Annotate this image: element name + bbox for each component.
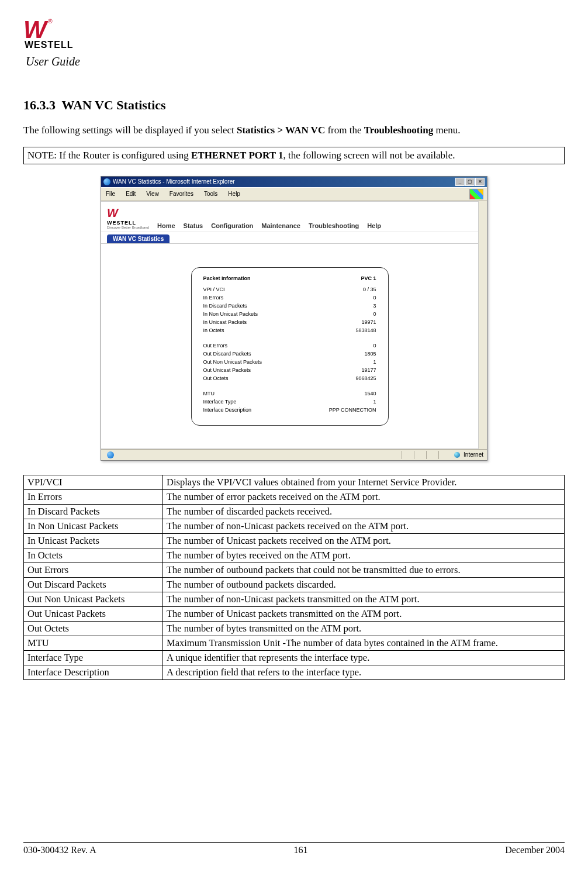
intro-paragraph: The following settings will be displayed… — [23, 123, 565, 137]
packet-row-label: In Non Unicast Packets — [203, 310, 299, 318]
table-row: In Discard PacketsThe number of discarde… — [24, 504, 565, 519]
ie-status-icon — [107, 451, 114, 458]
ie-statusbar: Internet — [101, 449, 487, 460]
table-row: Out Unicast PacketsThe number of Unicast… — [24, 606, 565, 621]
packet-row-label: Interface Description — [203, 406, 299, 413]
packet-row-value: 0 — [299, 310, 376, 318]
packet-row-value: 1540 — [299, 390, 376, 397]
section-heading: 16.3.3 WAN VC Statistics — [23, 98, 565, 113]
menu-view[interactable]: View — [145, 190, 160, 198]
brand-glyph-icon: W® — [23, 18, 48, 42]
ie-titlebar: WAN VC Statistics - Microsoft Internet E… — [101, 177, 487, 187]
packet-row-label: Out Octets — [203, 375, 299, 382]
tab-wan-vc-statistics[interactable]: WAN VC Statistics — [107, 234, 170, 243]
packet-row-label: In Discard Packets — [203, 302, 299, 309]
table-row: In ErrorsThe number of error packets rec… — [24, 489, 565, 504]
packet-row-label: VPI / VCI — [203, 286, 299, 293]
packet-info-panel: Packet Information PVC 1 VPI / VCI0 / 35… — [191, 267, 389, 426]
window-minimize-button[interactable]: _ — [455, 178, 465, 186]
packet-row-value: 1 — [299, 358, 376, 365]
desc-term: Out Unicast Packets — [24, 606, 163, 621]
packet-row-label: Out Discard Packets — [203, 350, 299, 357]
packet-row-value: 19177 — [299, 367, 376, 374]
brand-logo: W® WESTELL — [23, 18, 565, 50]
table-row: Interface DescriptionA description field… — [24, 665, 565, 679]
page-footer: 030-300432 Rev. A 161 December 2004 — [23, 842, 565, 855]
desc-term: Out Non Unicast Packets — [24, 592, 163, 606]
desc-text: The number of discarded packets received… — [163, 504, 565, 519]
packet-row-label: Out Unicast Packets — [203, 367, 299, 374]
packet-row-value: 1805 — [299, 350, 376, 357]
section-title: WAN VC Statistics — [62, 98, 166, 112]
desc-term: Out Discard Packets — [24, 577, 163, 592]
window-close-button[interactable]: ✕ — [475, 178, 485, 186]
window-maximize-button[interactable]: ▢ — [465, 178, 475, 186]
windows-flag-icon — [469, 189, 483, 199]
desc-text: The number of non-Unicast packets transm… — [163, 592, 565, 606]
desc-term: Interface Type — [24, 650, 163, 665]
packet-row-value: 0 — [299, 342, 376, 349]
nav-home[interactable]: Home — [157, 222, 175, 229]
vertical-scrollbar[interactable] — [478, 201, 487, 449]
section-number: 16.3.3 — [23, 98, 56, 112]
panel-header-label: Packet Information — [203, 275, 299, 285]
page-header: W® WESTELL User Guide — [23, 18, 565, 68]
window-title: WAN VC Statistics - Microsoft Internet E… — [113, 178, 235, 185]
ie-menubar: File Edit View Favorites Tools Help — [101, 187, 487, 201]
desc-term: Interface Description — [24, 665, 163, 679]
packet-row-label: Interface Type — [203, 398, 299, 405]
desc-text: The number of bytes received on the ATM … — [163, 548, 565, 563]
field-description-table: VPI/VCIDisplays the VPI/VCI values obtai… — [23, 475, 565, 680]
packet-row-label: MTU — [203, 390, 299, 397]
packet-row-value: 19971 — [299, 319, 376, 326]
table-row: Out Discard PacketsThe number of outboun… — [24, 577, 565, 592]
guide-title: User Guide — [26, 55, 565, 68]
packet-row-value: 3 — [299, 302, 376, 309]
menu-help[interactable]: Help — [227, 190, 241, 198]
packet-row-value: 9068425 — [299, 375, 376, 382]
footer-right: December 2004 — [505, 845, 565, 855]
note-box: NOTE: If the Router is configured using … — [23, 147, 565, 164]
desc-text: The number of outbound packets that coul… — [163, 563, 565, 577]
desc-text: The number of error packets received on … — [163, 489, 565, 504]
desc-term: In Discard Packets — [24, 504, 163, 519]
router-logo: W WESTELL Discover Better Broadband — [107, 206, 149, 229]
menu-edit[interactable]: Edit — [124, 190, 137, 198]
nav-troubleshooting[interactable]: Troubleshooting — [309, 222, 359, 229]
menu-tools[interactable]: Tools — [203, 190, 219, 198]
packet-row-label: In Errors — [203, 294, 299, 301]
desc-text: A unique identifier that represents the … — [163, 650, 565, 665]
desc-text: The number of non-Unicast packets receiv… — [163, 519, 565, 533]
desc-term: Out Octets — [24, 621, 163, 636]
desc-text: Displays the VPI/VCI values obtained fro… — [163, 475, 565, 489]
desc-term: VPI/VCI — [24, 475, 163, 489]
desc-text: A description field that refers to the i… — [163, 665, 565, 679]
desc-term: In Unicast Packets — [24, 533, 163, 548]
packet-row-value: 0 / 35 — [299, 286, 376, 293]
desc-term: In Non Unicast Packets — [24, 519, 163, 533]
packet-row-label: Out Errors — [203, 342, 299, 349]
router-header: W WESTELL Discover Better Broadband Home… — [101, 202, 478, 232]
menu-file[interactable]: File — [105, 190, 116, 198]
table-row: VPI/VCIDisplays the VPI/VCI values obtai… — [24, 475, 565, 489]
embedded-screenshot: WAN VC Statistics - Microsoft Internet E… — [101, 176, 487, 461]
nav-help[interactable]: Help — [367, 222, 381, 229]
ie-icon — [103, 178, 110, 185]
desc-term: MTU — [24, 636, 163, 650]
packet-row-value: PPP CONNECTION — [299, 406, 376, 413]
packet-row-value: 1 — [299, 398, 376, 405]
desc-term: In Octets — [24, 548, 163, 563]
nav-configuration[interactable]: Configuration — [211, 222, 253, 229]
desc-text: The number of outbound packets discarded… — [163, 577, 565, 592]
table-row: Out ErrorsThe number of outbound packets… — [24, 563, 565, 577]
table-row: Out OctetsThe number of bytes transmitte… — [24, 621, 565, 636]
panel-header-value: PVC 1 — [299, 275, 376, 285]
packet-row-value: 5838148 — [299, 327, 376, 334]
menu-favorites[interactable]: Favorites — [168, 190, 195, 198]
packet-row-label: In Octets — [203, 327, 299, 334]
packet-row-label: Out Non Unicast Packets — [203, 358, 299, 365]
table-row: Interface TypeA unique identifier that r… — [24, 650, 565, 665]
nav-maintenance[interactable]: Maintenance — [261, 222, 300, 229]
desc-term: Out Errors — [24, 563, 163, 577]
nav-status[interactable]: Status — [184, 222, 203, 229]
